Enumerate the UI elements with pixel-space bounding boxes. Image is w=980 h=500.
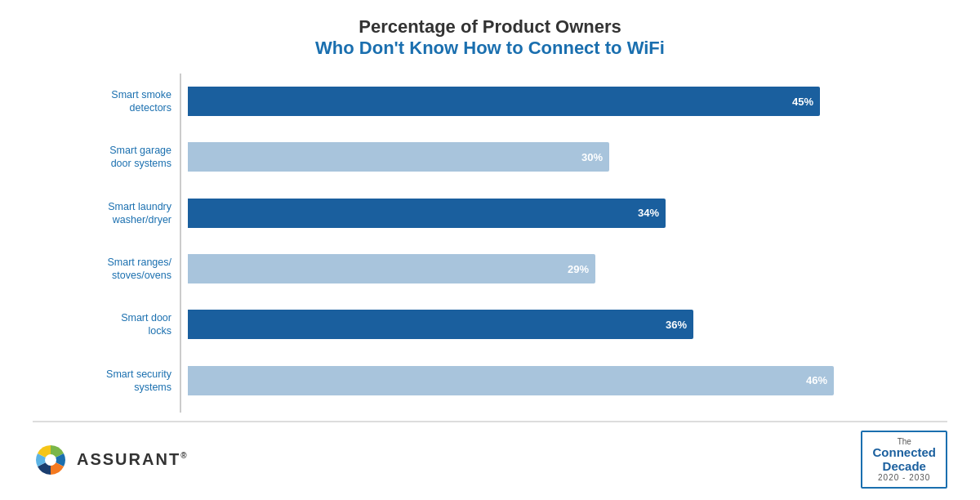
registered-symbol: ® bbox=[180, 451, 188, 460]
bar-value-label-4: 36% bbox=[666, 319, 687, 331]
badge-decade: Decade bbox=[872, 460, 936, 474]
bar-2: 34% bbox=[188, 199, 666, 228]
bar-value-label-1: 30% bbox=[581, 151, 603, 163]
bar-row: 36% bbox=[188, 306, 947, 342]
assurant-name: ASSURANT® bbox=[77, 450, 189, 468]
chart-title-line1: Percentage of Product Owners bbox=[33, 16, 947, 38]
brand-text: ASSURANT® bbox=[77, 450, 189, 469]
bar-value-label-5: 46% bbox=[806, 374, 827, 386]
brand-label: ASSURANT bbox=[77, 450, 180, 468]
bar-5: 46% bbox=[188, 366, 834, 395]
bars-section: 45%30%34%29%36%46% bbox=[180, 74, 947, 413]
bar-value-label-3: 29% bbox=[568, 263, 589, 275]
svg-point-1 bbox=[45, 454, 56, 466]
y-label-2: Smart laundrywasher/dryer bbox=[33, 200, 172, 227]
assurant-logo: ASSURANT® bbox=[33, 442, 189, 478]
chart-area: Smart smokedetectorsSmart garagedoor sys… bbox=[33, 74, 947, 421]
title-section: Percentage of Product Owners Who Don't K… bbox=[33, 16, 947, 59]
badge-connected: Connected bbox=[872, 446, 936, 460]
page: Percentage of Product Owners Who Don't K… bbox=[0, 0, 980, 500]
bar-1: 30% bbox=[188, 142, 609, 172]
bar-row: 34% bbox=[188, 195, 947, 231]
chart-title-line2: Who Don't Know How to Connect to WiFi bbox=[33, 38, 947, 59]
y-label-3: Smart ranges/stoves/ovens bbox=[33, 256, 172, 283]
bar-row: 29% bbox=[188, 251, 947, 287]
assurant-icon bbox=[33, 442, 69, 478]
bar-4: 36% bbox=[188, 310, 693, 339]
bar-value-label-0: 45% bbox=[792, 96, 813, 108]
y-axis-labels: Smart smokedetectorsSmart garagedoor sys… bbox=[33, 74, 180, 413]
footer: ASSURANT® The Connected Decade 2020 - 20… bbox=[33, 421, 947, 492]
y-label-1: Smart garagedoor systems bbox=[33, 144, 172, 171]
connected-decade-badge: The Connected Decade 2020 - 2030 bbox=[861, 431, 947, 489]
y-label-5: Smart securitysystems bbox=[33, 368, 172, 395]
bar-0: 45% bbox=[188, 87, 820, 116]
bar-row: 30% bbox=[188, 139, 947, 175]
y-label-4: Smart doorlocks bbox=[33, 311, 172, 338]
bar-3: 29% bbox=[188, 254, 595, 283]
bar-row: 46% bbox=[188, 363, 947, 399]
y-label-0: Smart smokedetectors bbox=[33, 88, 172, 115]
bar-value-label-2: 34% bbox=[638, 207, 659, 219]
bar-row: 45% bbox=[188, 83, 947, 119]
badge-years: 2020 - 2030 bbox=[872, 473, 936, 482]
